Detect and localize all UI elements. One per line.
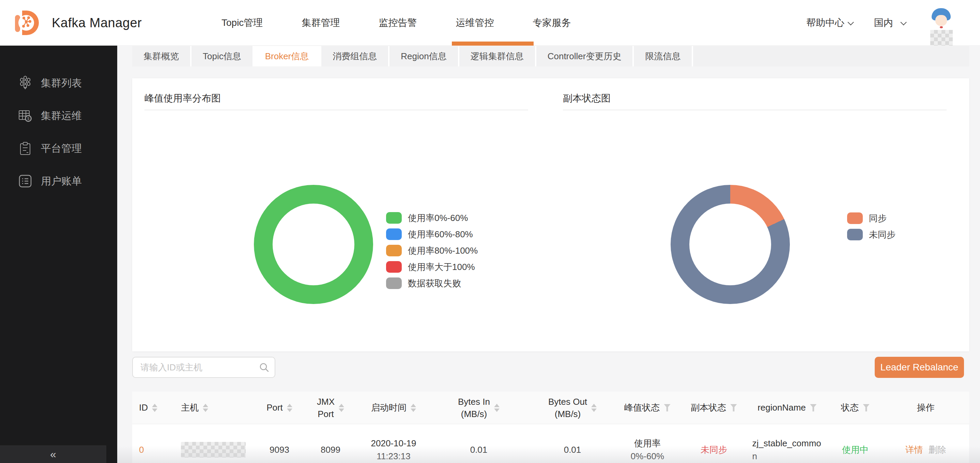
delete-link[interactable]: 删除 bbox=[929, 444, 946, 456]
nav-item-topic[interactable]: Topic管理 bbox=[221, 16, 263, 29]
nav-item-monitor[interactable]: 监控告警 bbox=[379, 16, 417, 29]
status-badge: 未同步 bbox=[701, 444, 727, 456]
replica-status-chart-title: 副本状态图 bbox=[563, 92, 611, 105]
kafka-manager-app: Kafka Manager Topic管理 集群管理 监控告警 运维管控 专家服… bbox=[0, 0, 980, 463]
replica-status-legend: 同步 未同步 bbox=[847, 210, 896, 243]
cell-id: 0 bbox=[132, 445, 174, 455]
tab-cluster-overview[interactable]: 集群概览 bbox=[132, 46, 191, 67]
ops-billing-table-icon: $ bbox=[18, 108, 33, 123]
chevron-down-icon bbox=[848, 19, 854, 25]
nav-item-cluster[interactable]: 集群管理 bbox=[302, 16, 340, 29]
col-header-replica-status[interactable]: 副本状态 bbox=[681, 402, 746, 414]
peak-usage-donut-chart bbox=[254, 185, 373, 304]
col-header-id[interactable]: ID bbox=[132, 403, 174, 413]
detail-link[interactable]: 详情 bbox=[905, 444, 923, 456]
col-header-actions: 操作 bbox=[883, 402, 969, 414]
sort-icon[interactable] bbox=[591, 404, 597, 412]
col-header-host[interactable]: 主机 bbox=[174, 402, 259, 414]
search-input[interactable] bbox=[132, 357, 275, 378]
col-header-port[interactable]: Port bbox=[259, 403, 300, 413]
active-nav-underline bbox=[452, 41, 534, 46]
cluster-honeycomb-icon bbox=[18, 76, 33, 90]
legend-swatch bbox=[386, 245, 402, 256]
legend-item[interactable]: 同步 bbox=[847, 210, 896, 227]
legend-item[interactable]: 使用率大于100% bbox=[386, 259, 478, 275]
sidebar-item-user-billing[interactable]: 用户账单 bbox=[0, 171, 117, 191]
sidebar-collapse-button[interactable]: « bbox=[0, 445, 106, 463]
tab-throttle-info[interactable]: 限流信息 bbox=[634, 46, 693, 67]
peak-usage-legend: 使用率0%-60% 使用率60%-80% 使用率80%-100% 使用率大于10… bbox=[386, 210, 478, 292]
table-row: 0 9093 8099 2020-10-19 11:23:13 0.01 0.0… bbox=[132, 424, 969, 463]
cell-jmx-port: 8099 bbox=[300, 445, 361, 455]
filter-funnel-icon[interactable] bbox=[730, 404, 737, 412]
legend-swatch bbox=[386, 277, 402, 289]
col-header-bytes-out[interactable]: Bytes Out(MB/s) bbox=[531, 396, 613, 420]
app-logo-icon bbox=[14, 9, 41, 37]
tab-region-info[interactable]: Region信息 bbox=[390, 46, 459, 67]
col-header-bytes-in[interactable]: Bytes In(MB/s) bbox=[426, 396, 531, 420]
peak-usage-chart-title: 峰值使用率分布图 bbox=[145, 92, 221, 105]
legend-swatch bbox=[847, 212, 863, 224]
legend-swatch bbox=[847, 229, 863, 240]
broker-table: ID 主机 Port JMXPort 启动时间 Bytes In(MB/s) bbox=[132, 392, 969, 463]
divider bbox=[145, 109, 528, 110]
cell-host bbox=[174, 442, 259, 458]
cell-port: 9093 bbox=[259, 445, 300, 455]
cell-replica-status: 未同步 bbox=[681, 444, 746, 456]
avatar-redacted-area bbox=[930, 30, 953, 46]
filter-funnel-icon[interactable] bbox=[664, 404, 671, 412]
sort-icon[interactable] bbox=[203, 404, 208, 412]
nav-item-expert[interactable]: 专家服务 bbox=[533, 16, 571, 29]
main-nav: Topic管理 集群管理 监控告警 运维管控 专家服务 bbox=[221, 0, 571, 46]
legend-swatch bbox=[386, 228, 402, 240]
col-header-status[interactable]: 状态 bbox=[828, 402, 883, 414]
replica-status-donut-chart bbox=[671, 185, 790, 304]
tab-consumer-group-info[interactable]: 消费组信息 bbox=[321, 46, 390, 67]
list-icon bbox=[18, 174, 33, 189]
top-navigation-bar: Kafka Manager Topic管理 集群管理 监控告警 运维管控 专家服… bbox=[0, 0, 980, 46]
col-header-start-time[interactable]: 启动时间 bbox=[361, 402, 426, 414]
legend-item[interactable]: 数据获取失败 bbox=[386, 275, 478, 292]
left-sidebar: 集群列表 $ 集群运维 bbox=[0, 46, 117, 463]
tab-broker-info[interactable]: Broker信息 bbox=[254, 46, 322, 67]
sort-icon[interactable] bbox=[494, 404, 500, 412]
help-center-dropdown[interactable]: 帮助中心 bbox=[806, 16, 852, 29]
broker-id-link[interactable]: 0 bbox=[139, 445, 144, 455]
divider bbox=[563, 109, 947, 110]
table-header-row: ID 主机 Port JMXPort 启动时间 Bytes In(MB/s) bbox=[132, 392, 969, 424]
sidebar-item-platform-admin[interactable]: 平台管理 bbox=[0, 139, 117, 158]
tab-controller-history[interactable]: Controller变更历史 bbox=[536, 46, 634, 67]
sidebar-item-cluster-list[interactable]: 集群列表 bbox=[0, 73, 117, 93]
leader-rebalance-button[interactable]: Leader Rebalance bbox=[875, 357, 964, 378]
host-value-redacted bbox=[181, 442, 246, 458]
sort-icon[interactable] bbox=[410, 404, 416, 412]
cell-bytes-out: 0.01 bbox=[531, 445, 613, 455]
legend-item[interactable]: 使用率80%-100% bbox=[386, 243, 478, 259]
tab-topic-info[interactable]: Topic信息 bbox=[191, 46, 254, 67]
search-icon[interactable] bbox=[259, 362, 269, 374]
nav-item-ops[interactable]: 运维管控 bbox=[456, 16, 494, 29]
collapse-chevrons-icon: « bbox=[50, 449, 56, 460]
status-badge: 使用中 bbox=[842, 444, 869, 456]
filter-funnel-icon[interactable] bbox=[863, 404, 870, 412]
sort-icon[interactable] bbox=[287, 404, 293, 412]
col-header-peak-status[interactable]: 峰值状态 bbox=[613, 402, 681, 414]
broker-search bbox=[132, 357, 275, 378]
sort-icon[interactable] bbox=[339, 404, 344, 412]
replica-status-chart-section: 副本状态图 同步 未同步 bbox=[550, 78, 969, 351]
cell-region-name: zj_stable_common bbox=[746, 437, 828, 463]
filter-funnel-icon[interactable] bbox=[810, 404, 817, 412]
sort-icon[interactable] bbox=[152, 404, 158, 412]
col-header-jmx-port[interactable]: JMXPort bbox=[300, 396, 361, 420]
app-title: Kafka Manager bbox=[52, 0, 142, 46]
tab-logical-cluster-info[interactable]: 逻辑集群信息 bbox=[459, 46, 536, 67]
legend-item[interactable]: 使用率60%-80% bbox=[386, 226, 478, 243]
legend-swatch bbox=[386, 212, 402, 224]
col-header-region-name[interactable]: regionName bbox=[746, 403, 828, 413]
legend-item[interactable]: 使用率0%-60% bbox=[386, 210, 478, 226]
legend-item[interactable]: 未同步 bbox=[847, 227, 896, 243]
charts-panel: 峰值使用率分布图 使用率0%-60% 使用率60%-80% 使用率80%-100… bbox=[132, 78, 969, 351]
user-avatar[interactable] bbox=[927, 5, 958, 46]
sidebar-item-cluster-ops[interactable]: $ 集群运维 bbox=[0, 106, 117, 125]
region-dropdown[interactable]: 国内 bbox=[874, 16, 905, 29]
